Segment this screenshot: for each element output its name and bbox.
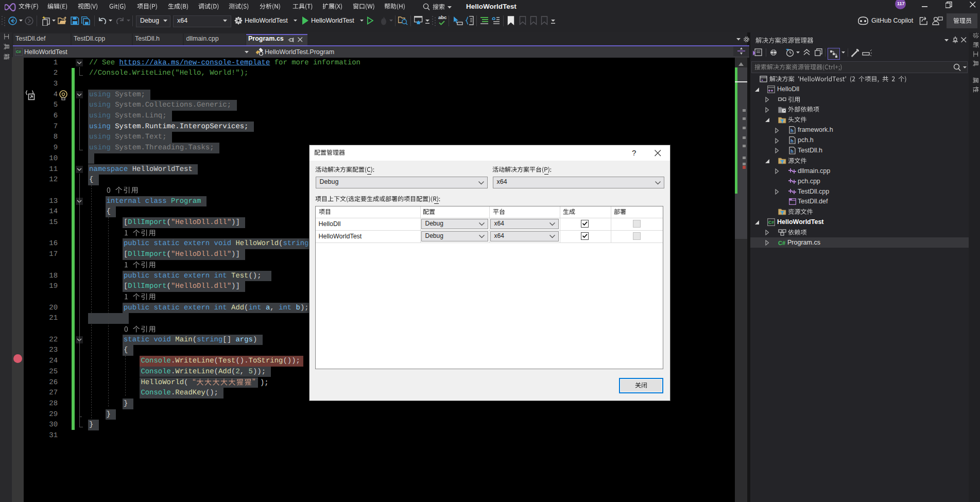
svg-text:h: h [790,128,794,133]
svg-text:C#: C# [768,220,774,225]
svg-text:h: h [790,139,794,144]
svg-text:C#: C# [778,239,785,246]
svg-text:h: h [790,148,794,153]
